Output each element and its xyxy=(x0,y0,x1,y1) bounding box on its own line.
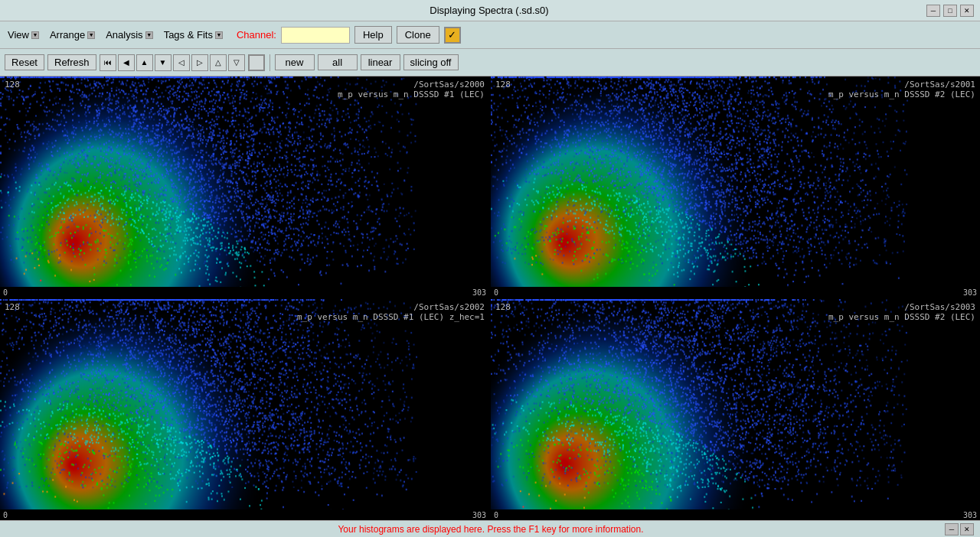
spectrum-canvas-s2001 xyxy=(491,76,980,298)
axis-s2003: 0 303 xyxy=(491,509,980,520)
spectrum-canvas-s2000 xyxy=(0,76,489,298)
status-controls: ─ ✕ xyxy=(945,523,974,535)
status-bar: Your histograms are displayed here. Pres… xyxy=(0,520,980,537)
analysis-menu[interactable]: Analysis ▼ xyxy=(103,28,155,42)
minimize-button[interactable]: ─ xyxy=(926,5,940,17)
view-menu[interactable]: View ▼ xyxy=(5,28,42,42)
y-label-s2003: 128 xyxy=(495,302,511,312)
toolbar: Reset Refresh ⏮ ◀ ▲ ▼ ◁ ▷ △ ▽ new all li… xyxy=(0,49,980,76)
close-button[interactable]: ✕ xyxy=(960,5,974,17)
path-label-s2003: /SortSas/s2003m_p versus m_n DSSSD #2 (L… xyxy=(828,302,975,322)
help-button[interactable]: Help xyxy=(354,26,392,44)
linear-button[interactable]: linear xyxy=(361,54,400,70)
separator xyxy=(270,54,270,71)
new-button[interactable]: new xyxy=(275,54,315,70)
window-controls: ─ □ ✕ xyxy=(926,5,974,17)
square-button[interactable] xyxy=(248,54,265,71)
view-menu-arrow: ▼ xyxy=(31,31,39,39)
arrange-menu[interactable]: Arrange ▼ xyxy=(47,28,98,42)
nav-up2[interactable]: △ xyxy=(210,54,227,71)
nav-group-1: ⏮ ◀ ▲ ▼ ◁ ▷ △ ▽ xyxy=(100,54,245,71)
refresh-button[interactable]: Refresh xyxy=(47,54,96,70)
nav-prev-small[interactable]: ◀ xyxy=(118,54,135,71)
channel-input[interactable] xyxy=(281,27,350,44)
maximize-button[interactable]: □ xyxy=(943,5,957,17)
spectrum-canvas-s2003 xyxy=(491,299,980,520)
reset-button[interactable]: Reset xyxy=(5,54,44,70)
tags-fits-menu[interactable]: Tags & Fits ▼ xyxy=(161,28,226,42)
nav-left[interactable]: ◁ xyxy=(173,54,190,71)
path-label-s2001: /SortSas/s2001m_p versus m_n DSSSD #2 (L… xyxy=(828,80,975,99)
path-label-s2002: /SortSas/s2002m_p versus m_n DSSSD #1 (L… xyxy=(297,302,485,322)
nav-right[interactable]: ▷ xyxy=(191,54,208,71)
y-label-s2001: 128 xyxy=(495,80,511,90)
axis-s2000: 0 303 xyxy=(0,287,489,298)
nav-first[interactable]: ⏮ xyxy=(100,54,116,71)
path-label-s2000: /SortSas/s2000m_p versus m_n DSSSD #1 (L… xyxy=(338,80,485,99)
window-title: Displaying Spectra (.sd.s0) xyxy=(52,5,926,16)
status-minimize-button[interactable]: ─ xyxy=(945,523,959,535)
clone-button[interactable]: Clone xyxy=(397,26,439,44)
nav-up[interactable]: ▲ xyxy=(136,54,153,71)
spectrum-panel-s2001[interactable]: 128 /SortSas/s2001m_p versus m_n DSSSD #… xyxy=(491,76,980,298)
spectrum-canvas-s2002 xyxy=(0,299,489,520)
axis-s2002: 0 303 xyxy=(0,509,489,520)
all-button[interactable]: all xyxy=(318,54,358,70)
checkbox[interactable]: ✓ xyxy=(444,27,461,44)
spectra-area: 128 /SortSas/s2000m_p versus m_n DSSSD #… xyxy=(0,76,980,520)
y-label-s2002: 128 xyxy=(5,302,20,312)
tags-fits-menu-arrow: ▼ xyxy=(215,31,223,39)
status-message: Your histograms are displayed here. Pres… xyxy=(37,524,945,535)
nav-down[interactable]: ▼ xyxy=(155,54,172,71)
analysis-menu-arrow: ▼ xyxy=(145,31,153,39)
spectrum-panel-s2002[interactable]: 128 /SortSas/s2002m_p versus m_n DSSSD #… xyxy=(0,299,489,520)
axis-s2001: 0 303 xyxy=(491,287,980,298)
title-bar: Displaying Spectra (.sd.s0) ─ □ ✕ xyxy=(0,0,980,21)
spectrum-panel-s2000[interactable]: 128 /SortSas/s2000m_p versus m_n DSSSD #… xyxy=(0,76,489,298)
spectrum-panel-s2003[interactable]: 128 /SortSas/s2003m_p versus m_n DSSSD #… xyxy=(491,299,980,520)
channel-label: Channel: xyxy=(237,29,276,41)
status-close-button[interactable]: ✕ xyxy=(960,523,974,535)
arrange-menu-arrow: ▼ xyxy=(87,31,95,39)
slicing-off-button[interactable]: slicing off xyxy=(403,54,459,70)
menu-bar: View ▼ Arrange ▼ Analysis ▼ Tags & Fits … xyxy=(0,21,980,49)
y-label-s2000: 128 xyxy=(5,80,20,90)
nav-down2[interactable]: ▽ xyxy=(228,54,245,71)
